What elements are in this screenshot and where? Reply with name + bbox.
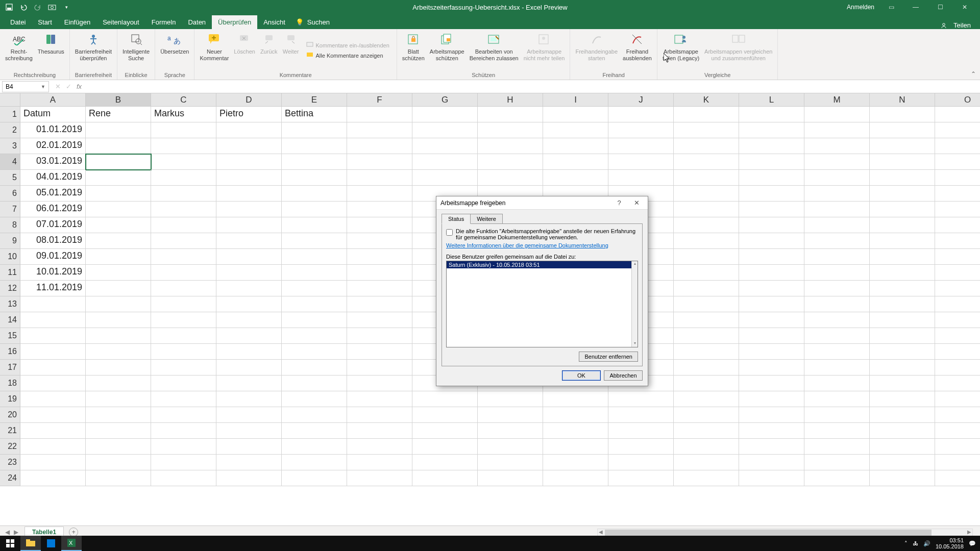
tab-einfuegen[interactable]: Einfügen <box>58 15 96 29</box>
users-listbox[interactable]: Saturn (Exklusiv) - 10.05.2018 03:51 ▴ ▾ <box>446 261 638 347</box>
cell[interactable]: 04.01.2019 <box>20 170 86 186</box>
cell[interactable] <box>151 423 216 439</box>
column-header[interactable]: L <box>739 93 804 107</box>
cell[interactable] <box>347 154 412 170</box>
cell[interactable] <box>20 439 86 455</box>
cell[interactable] <box>543 154 608 170</box>
cell[interactable] <box>674 312 739 328</box>
cell[interactable] <box>282 122 347 138</box>
cell[interactable] <box>216 328 282 344</box>
search-icon[interactable]: 💡 <box>296 18 304 26</box>
cell[interactable] <box>86 233 151 249</box>
cell[interactable]: 07.01.2019 <box>20 217 86 233</box>
cell[interactable] <box>804 233 870 249</box>
cell[interactable] <box>804 107 870 122</box>
cell[interactable] <box>20 328 86 344</box>
tray-up-icon[interactable]: ˄ <box>904 540 908 547</box>
cell[interactable] <box>739 407 804 423</box>
cell[interactable] <box>608 407 674 423</box>
ribbon-display-icon[interactable]: ▭ <box>884 4 899 11</box>
row-header[interactable]: 14 <box>0 312 20 328</box>
cell[interactable] <box>674 170 739 186</box>
cell[interactable] <box>543 470 608 486</box>
cell[interactable] <box>739 107 804 122</box>
cell[interactable] <box>86 217 151 233</box>
cell[interactable] <box>608 154 674 170</box>
cell[interactable] <box>151 281 216 296</box>
cell[interactable] <box>216 202 282 217</box>
cell[interactable] <box>543 439 608 455</box>
cell[interactable] <box>935 170 980 186</box>
cell[interactable] <box>151 296 216 312</box>
cell[interactable] <box>282 296 347 312</box>
cell[interactable] <box>608 455 674 470</box>
cell[interactable] <box>870 202 935 217</box>
undo-icon[interactable] <box>19 3 28 11</box>
cell[interactable] <box>347 265 412 281</box>
add-sheet-button[interactable]: + <box>69 528 78 537</box>
cell[interactable] <box>804 281 870 296</box>
column-header[interactable]: C <box>151 93 216 107</box>
cell[interactable] <box>935 217 980 233</box>
cell[interactable] <box>86 391 151 407</box>
cell[interactable] <box>935 296 980 312</box>
cell[interactable] <box>870 470 935 486</box>
cell[interactable] <box>674 455 739 470</box>
row-header[interactable]: 8 <box>0 217 20 233</box>
cell[interactable] <box>86 170 151 186</box>
cell[interactable] <box>674 122 739 138</box>
cell[interactable] <box>151 233 216 249</box>
cell[interactable] <box>412 107 478 122</box>
cell[interactable] <box>870 328 935 344</box>
cell[interactable] <box>282 407 347 423</box>
cell[interactable] <box>151 328 216 344</box>
cell[interactable] <box>608 391 674 407</box>
cell[interactable] <box>478 138 543 154</box>
cell[interactable] <box>674 328 739 344</box>
cell[interactable] <box>870 107 935 122</box>
formula-input[interactable] <box>87 86 980 88</box>
cell[interactable] <box>739 233 804 249</box>
cell[interactable] <box>543 170 608 186</box>
cell[interactable] <box>870 154 935 170</box>
cell[interactable]: 09.01.2019 <box>20 249 86 265</box>
cell[interactable] <box>86 328 151 344</box>
cell[interactable] <box>608 470 674 486</box>
cell[interactable] <box>282 233 347 249</box>
cell[interactable] <box>674 470 739 486</box>
cell[interactable] <box>478 122 543 138</box>
cell[interactable] <box>20 344 86 360</box>
cell[interactable] <box>478 154 543 170</box>
legacy-sharing-checkbox[interactable] <box>446 229 453 236</box>
column-header[interactable]: F <box>347 93 412 107</box>
cell[interactable]: 02.01.2019 <box>20 138 86 154</box>
column-header[interactable]: E <box>282 93 347 107</box>
cell[interactable] <box>216 154 282 170</box>
row-header[interactable]: 18 <box>0 375 20 391</box>
cell[interactable] <box>347 281 412 296</box>
cell[interactable]: 06.01.2019 <box>20 202 86 217</box>
cell[interactable] <box>151 202 216 217</box>
column-header[interactable]: J <box>608 93 674 107</box>
sheet-nav-prev-icon[interactable]: ◀ <box>5 529 10 536</box>
cell[interactable] <box>935 328 980 344</box>
cell[interactable] <box>282 138 347 154</box>
cell[interactable] <box>282 281 347 296</box>
cell[interactable] <box>935 233 980 249</box>
row-header[interactable]: 1 <box>0 107 20 122</box>
hide-ink-button[interactable]: Freihand ausblenden <box>621 30 654 71</box>
cell[interactable] <box>478 407 543 423</box>
cell[interactable] <box>870 296 935 312</box>
cell[interactable] <box>804 344 870 360</box>
cancel-button[interactable]: Abbrechen <box>604 370 643 381</box>
cell[interactable] <box>739 455 804 470</box>
cell[interactable]: Pietro <box>216 107 282 122</box>
cell[interactable] <box>412 154 478 170</box>
cell[interactable] <box>216 455 282 470</box>
row-header[interactable]: 3 <box>0 138 20 154</box>
cell[interactable] <box>870 455 935 470</box>
row-header[interactable]: 13 <box>0 296 20 312</box>
cell[interactable] <box>282 423 347 439</box>
cell[interactable] <box>216 233 282 249</box>
protect-workbook-button[interactable]: Arbeitsmappe schützen <box>428 30 467 71</box>
